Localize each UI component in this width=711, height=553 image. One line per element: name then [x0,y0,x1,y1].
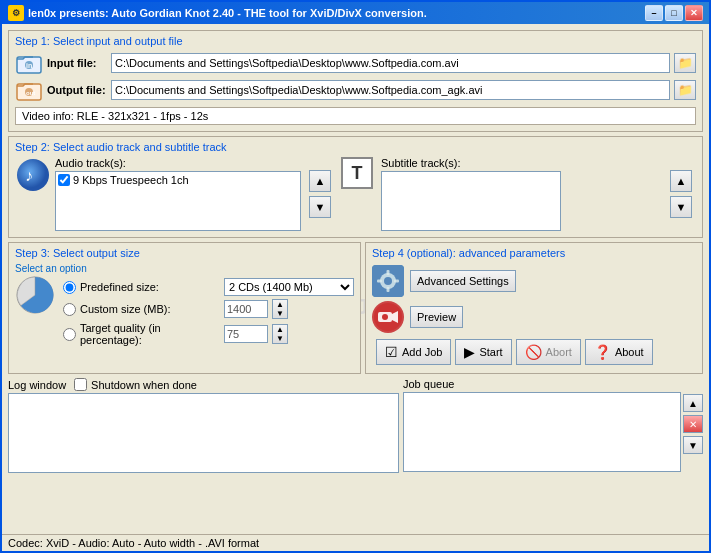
preview-row: Preview [372,301,696,333]
svg-rect-13 [387,287,390,292]
custom-size-row: Custom size (MB): ▲ ▼ [63,299,354,319]
log-box[interactable] [8,393,399,473]
quality-spin-up[interactable]: ▲ [273,325,287,334]
status-bar: Codec: XviD - Audio: Auto - Auto width -… [2,534,709,551]
audio-tracks-area: Audio track(s): 9 Kbps Truespeech 1ch [55,157,301,231]
audio-track-checkbox[interactable] [58,174,70,186]
svg-text:♪: ♪ [25,167,33,184]
bottom-row: Log window Shutdown when done Job queue … [8,378,703,528]
audio-move-down-button[interactable]: ▼ [309,196,331,218]
step2-title: Step 2: Select audio track and subtitle … [15,141,696,153]
target-quality-row: Target quality (in percentage): ▲ ▼ [63,322,354,346]
log-section: Log window Shutdown when done [8,378,399,528]
input-file-field[interactable] [111,53,670,73]
queue-box[interactable] [403,392,681,472]
preview-label: Preview [417,311,456,323]
subtitle-move-up-button[interactable]: ▲ [670,170,692,192]
audio-move-up-button[interactable]: ▲ [309,170,331,192]
custom-size-field[interactable] [224,300,268,318]
adv-settings-label: Advanced Settings [417,275,509,287]
abort-button[interactable]: 🚫 Abort [516,339,581,365]
T-icon: T [352,163,363,184]
input-file-row: in Input file: 📁 [15,51,696,75]
queue-area: ▲ ✕ ▼ [403,392,703,472]
preview-icon [372,301,404,333]
output-browse-button[interactable]: 📁 [674,80,696,100]
step34-row: Step 3: Select output size Select an opt… [8,242,703,374]
input-file-icon: in [15,51,43,75]
about-icon: ❓ [594,344,611,360]
step4-title: Step 4 (optional): advanced parameters [372,247,696,259]
main-window: ⚙ len0x presents: Auto Gordian Knot 2.40… [0,0,711,553]
subtitle-tracks-area: Subtitle track(s): [381,157,662,231]
about-label: About [615,346,644,358]
abort-icon: 🚫 [525,344,542,360]
log-header: Log window Shutdown when done [8,378,399,391]
predefined-select[interactable]: 2 CDs (1400 Mb) [224,278,354,296]
select-option-title: Select an option [15,263,354,274]
audio-track-name: 9 Kbps Truespeech 1ch [73,174,189,186]
shutdown-checkbox[interactable] [74,378,87,391]
target-quality-radio[interactable] [63,328,76,341]
main-content: SOFTPEDIA JSOFTJ.COM Step 1: Select inpu… [2,24,709,534]
subtitle-tracks-label: Subtitle track(s): [381,157,662,169]
audio-tracks-listbox[interactable]: 9 Kbps Truespeech 1ch [55,171,301,231]
add-job-label: Add Job [402,346,442,358]
start-button[interactable]: ▶ Start [455,339,511,365]
add-job-button[interactable]: ☑ Add Job [376,339,451,365]
start-label: Start [479,346,502,358]
preview-button[interactable]: Preview [410,306,463,328]
queue-down-button[interactable]: ▼ [683,436,703,454]
step3-section: Step 3: Select output size Select an opt… [8,242,361,374]
adv-settings-icon [372,265,404,297]
input-browse-button[interactable]: 📁 [674,53,696,73]
app-icon: ⚙ [8,5,24,21]
quality-spin-down[interactable]: ▼ [273,334,287,343]
add-job-icon: ☑ [385,344,398,360]
audio-section: ♪ Audio track(s): 9 Kbps Truespeech 1ch [15,157,335,231]
abort-label: Abort [546,346,572,358]
queue-section: Job queue ▲ ✕ ▼ [403,378,703,528]
output-file-icon: out [15,78,43,102]
close-button[interactable]: ✕ [685,5,703,21]
target-quality-field[interactable] [224,325,268,343]
svg-point-11 [384,277,392,285]
window-title: len0x presents: Auto Gordian Knot 2.40 -… [28,7,427,19]
title-bar-left: ⚙ len0x presents: Auto Gordian Knot 2.40… [8,5,427,21]
queue-delete-button[interactable]: ✕ [683,415,703,433]
custom-spin-up[interactable]: ▲ [273,300,287,309]
queue-up-button[interactable]: ▲ [683,394,703,412]
subtitle-section: T Subtitle track(s): ▲ ▼ [341,157,696,231]
audio-move-buttons: ▲ ▼ [305,157,335,231]
subtitle-move-down-button[interactable]: ▼ [670,196,692,218]
svg-text:in: in [26,62,32,69]
start-icon: ▶ [464,344,475,360]
folder-icon: 📁 [678,56,693,70]
adv-settings-button[interactable]: Advanced Settings [410,270,516,292]
about-button[interactable]: ❓ About [585,339,653,365]
predefined-label: Predefined size: [80,281,220,293]
shutdown-check: Shutdown when done [74,378,197,391]
step3-title: Step 3: Select output size [15,247,354,259]
output-file-field[interactable] [111,80,670,100]
title-bar: ⚙ len0x presents: Auto Gordian Knot 2.40… [2,2,709,24]
subtitle-move-buttons: ▲ ▼ [666,157,696,231]
output-file-row: out Output file: 📁 [15,78,696,102]
custom-size-radio[interactable] [63,303,76,316]
queue-buttons: ▲ ✕ ▼ [683,392,703,472]
svg-point-6 [17,159,49,191]
custom-spin-down[interactable]: ▼ [273,309,287,318]
step1-title: Step 1: Select input and output file [15,35,696,47]
step3-inner: Predefined size: 2 CDs (1400 Mb) Custom … [15,278,354,346]
queue-label: Job queue [403,378,703,390]
custom-size-label: Custom size (MB): [80,303,220,315]
subtitle-tracks-listbox[interactable] [381,171,561,231]
audio-track-item: 9 Kbps Truespeech 1ch [58,174,298,186]
minimize-button[interactable]: – [645,5,663,21]
maximize-button[interactable]: □ [665,5,683,21]
step1-grid: in Input file: 📁 [15,51,696,125]
predefined-radio[interactable] [63,281,76,294]
video-info-text: Video info: RLE - 321x321 - 1fps - 12s [22,110,208,122]
adv-settings-row: Advanced Settings [372,265,696,297]
subtitle-icon: T [341,157,377,231]
